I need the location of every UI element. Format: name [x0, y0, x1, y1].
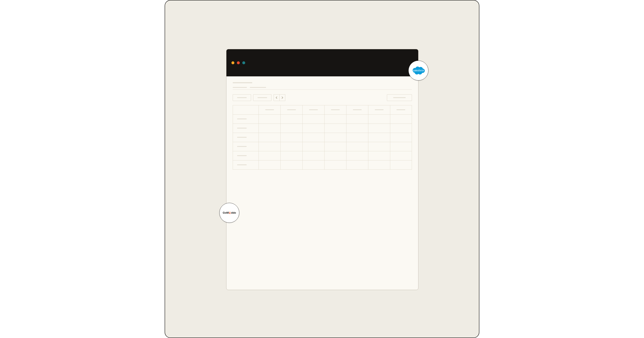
toolbar-button-1[interactable] [233, 94, 251, 101]
grid-header-cell [346, 105, 368, 114]
grid-cell[interactable] [368, 142, 390, 151]
grid-cell[interactable] [302, 114, 324, 124]
grid-cell[interactable] [302, 142, 324, 151]
grid-row-label [233, 160, 259, 170]
grid-header-cell [368, 105, 390, 114]
toolbar-button-right[interactable] [387, 94, 412, 101]
grid-header-cell [233, 105, 259, 114]
window-close-button[interactable] [232, 61, 234, 64]
prev-button[interactable] [274, 94, 280, 101]
grid-cell[interactable] [346, 160, 368, 170]
grid-cell[interactable] [346, 151, 368, 160]
grid-header-row [233, 105, 412, 114]
grid-cell[interactable] [324, 124, 346, 133]
gomeddo-logo-prefix: GoM [223, 211, 229, 214]
grid-header-cell [302, 105, 324, 114]
grid-row [233, 160, 412, 170]
grid-cell[interactable] [390, 151, 412, 160]
grid-cell[interactable] [368, 133, 390, 142]
grid-cell[interactable] [281, 151, 302, 160]
grid-cell[interactable] [390, 114, 412, 124]
page-subtitle-group [233, 87, 412, 88]
grid-cell[interactable] [346, 114, 368, 124]
toolbar-button-1-label [237, 97, 247, 98]
grid-header-cell [281, 105, 302, 114]
grid-cell[interactable] [259, 124, 281, 133]
calendar-grid [233, 105, 412, 170]
gomeddo-logo: GoM ddo [223, 211, 236, 214]
illustration-card: salesforce GoM ddo [165, 0, 479, 338]
grid-cell[interactable] [259, 160, 281, 170]
chevron-left-icon [276, 96, 278, 99]
salesforce-badge: salesforce [408, 60, 428, 80]
grid-cell[interactable] [281, 160, 302, 170]
grid-cell[interactable] [302, 124, 324, 133]
grid-cell[interactable] [368, 124, 390, 133]
chevron-right-icon [281, 96, 283, 99]
grid-cell[interactable] [368, 151, 390, 160]
grid-cell[interactable] [324, 151, 346, 160]
grid-cell[interactable] [259, 151, 281, 160]
window-titlebar [226, 49, 418, 76]
toolbar-nav-group [274, 94, 285, 101]
grid-cell[interactable] [259, 114, 281, 124]
grid-row [233, 142, 412, 151]
grid-cell[interactable] [281, 133, 302, 142]
toolbar-button-2[interactable] [253, 94, 272, 101]
subtitle-placeholder-1 [233, 87, 247, 88]
grid-cell[interactable] [368, 160, 390, 170]
grid-cell[interactable] [259, 133, 281, 142]
window-maximize-button[interactable] [242, 61, 245, 64]
divider [233, 90, 412, 90]
grid-header-cell [390, 105, 412, 114]
grid-cell[interactable] [390, 124, 412, 133]
toolbar-button-2-label [258, 97, 267, 98]
grid-header-cell [324, 105, 346, 114]
grid-cell[interactable] [368, 114, 390, 124]
grid-cell[interactable] [324, 114, 346, 124]
window-content [226, 76, 418, 290]
window-minimize-button[interactable] [237, 61, 240, 64]
grid-row-label [233, 151, 259, 160]
grid-cell[interactable] [281, 142, 302, 151]
toolbar-button-right-label [393, 97, 406, 98]
grid-cell[interactable] [302, 151, 324, 160]
grid-row-label [233, 124, 259, 133]
gomeddo-logo-suffix: ddo [231, 211, 236, 214]
grid-cell[interactable] [346, 133, 368, 142]
grid-cell[interactable] [259, 142, 281, 151]
grid-cell[interactable] [346, 124, 368, 133]
grid-row [233, 133, 412, 142]
salesforce-logo-text: salesforce [413, 69, 424, 72]
grid-cell[interactable] [324, 133, 346, 142]
grid-cell[interactable] [390, 160, 412, 170]
gomeddo-badge: GoM ddo [219, 203, 239, 223]
grid-row [233, 124, 412, 133]
grid-row-label [233, 142, 259, 151]
grid-cell[interactable] [346, 142, 368, 151]
toolbar [233, 94, 412, 101]
salesforce-cloud-icon: salesforce [412, 66, 425, 75]
grid-cell[interactable] [281, 124, 302, 133]
grid-row [233, 151, 412, 160]
grid-cell[interactable] [302, 160, 324, 170]
grid-cell[interactable] [302, 133, 324, 142]
next-button[interactable] [280, 94, 285, 101]
page-title-placeholder [233, 82, 252, 83]
grid-cell[interactable] [390, 133, 412, 142]
grid-cell[interactable] [324, 160, 346, 170]
grid-header-cell [259, 105, 281, 114]
grid-row-label [233, 133, 259, 142]
app-window [226, 49, 418, 290]
subtitle-placeholder-2 [250, 87, 266, 88]
grid-cell[interactable] [324, 142, 346, 151]
grid-row-label [233, 114, 259, 124]
grid-cell[interactable] [390, 142, 412, 151]
grid-row [233, 114, 412, 124]
grid-cell[interactable] [281, 114, 302, 124]
gomeddo-e-icon [229, 212, 231, 214]
